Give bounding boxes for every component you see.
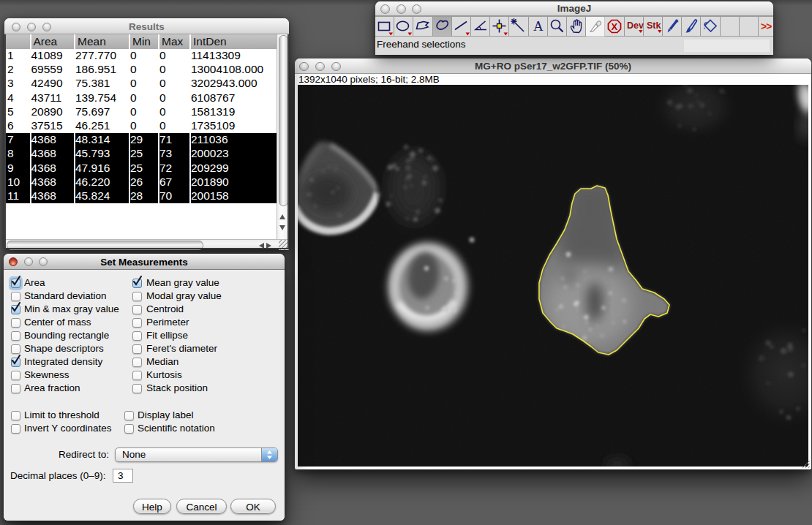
svg-text:Dev: Dev [627, 20, 644, 31]
svg-text:X: X [612, 21, 618, 32]
svg-text:A: A [533, 18, 544, 34]
svg-text:Stk: Stk [647, 20, 661, 31]
